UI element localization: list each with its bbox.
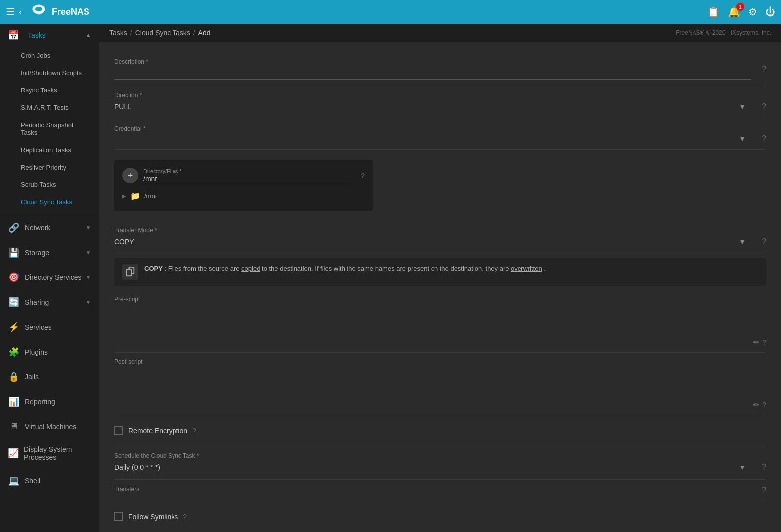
tree-item-label: /mnt — [144, 192, 157, 200]
pre-script-help-icon[interactable]: ? — [762, 338, 766, 346]
sidebar-item-storage[interactable]: 💾 Storage ▼ — [0, 240, 99, 265]
remote-encryption-checkbox[interactable] — [114, 426, 123, 435]
breadcrumb-cloud-sync[interactable]: Cloud Sync Tasks — [135, 29, 190, 37]
post-script-input[interactable] — [114, 367, 751, 397]
sidebar-item-sharing[interactable]: 🔄 Sharing ▼ — [0, 290, 99, 315]
sidebar-item-services[interactable]: ⚡ Services — [0, 315, 99, 340]
schedule-value: Daily (0 0 * * *) — [114, 461, 160, 473]
topbar-actions: 📋 🔔 1 ⚙ ⏻ — [707, 6, 775, 18]
sidebar-item-plugins[interactable]: 🧩 Plugins — [0, 340, 99, 364]
sidebar-item-cloud-sync[interactable]: Cloud Sync Tasks — [0, 193, 99, 211]
description-label: Description * — [114, 58, 766, 65]
remote-encryption-row: Remote Encryption ? — [114, 415, 766, 446]
directory-input[interactable] — [143, 175, 351, 183]
sidebar-item-replication[interactable]: Replication Tasks — [0, 141, 99, 159]
transfers-help-icon[interactable]: ? — [762, 486, 766, 495]
post-script-row: Post-script ✏ ? — [114, 353, 766, 415]
breadcrumb-tasks[interactable]: Tasks — [109, 29, 127, 37]
svg-point-1 — [35, 7, 42, 11]
direction-help-icon[interactable]: ? — [762, 102, 766, 111]
transfers-label: Transfers — [114, 486, 139, 493]
dir-add-button[interactable]: + — [122, 168, 138, 183]
sharing-icon: 🔄 — [8, 297, 20, 308]
storage-expand-icon: ▼ — [86, 249, 91, 256]
sidebar-item-reporting[interactable]: 📊 Reporting — [0, 389, 99, 414]
sidebar-item-jails[interactable]: 🔒 Jails — [0, 364, 99, 389]
copy-label: COPY — [144, 265, 163, 272]
sidebar-item-vms[interactable]: 🖥 Virtual Machines — [0, 414, 99, 439]
logo-icon — [30, 3, 48, 21]
reporting-icon: 📊 — [8, 396, 20, 407]
sidebar-item-resilver[interactable]: Resilver Priority — [0, 159, 99, 176]
storage-icon: 💾 — [8, 247, 20, 258]
credential-help-icon[interactable]: ? — [762, 134, 766, 143]
credential-label: Credential * — [114, 125, 766, 132]
tree-expand-arrow[interactable]: ▶ — [122, 193, 126, 199]
breadcrumb-sep1: / — [130, 29, 132, 37]
pre-script-label: Pre-script — [114, 296, 766, 303]
description-input[interactable] — [114, 67, 751, 80]
tasks-icon: 📅 — [8, 30, 19, 41]
sidebar-item-smart-tests[interactable]: S.M.A.R.T. Tests — [0, 99, 99, 116]
directory-expand-icon: ▼ — [86, 274, 91, 281]
notifications-button[interactable]: 🔔 1 — [728, 6, 740, 18]
transfer-mode-help-icon[interactable]: ? — [762, 237, 766, 246]
schedule-dropdown-arrow[interactable]: ▼ — [739, 463, 746, 471]
directory-help-icon[interactable]: ? — [361, 172, 365, 179]
tasks-collapse-icon: ▲ — [86, 32, 91, 39]
description-help-icon[interactable]: ? — [762, 65, 766, 74]
direction-dropdown-arrow[interactable]: ▼ — [739, 103, 746, 111]
sharing-expand-icon: ▼ — [86, 299, 91, 306]
remote-encryption-help-icon[interactable]: ? — [192, 427, 196, 435]
remote-encryption-label: Remote Encryption — [128, 427, 187, 435]
sidebar-item-scrub[interactable]: Scrub Tasks — [0, 176, 99, 193]
logo: FreeNAS — [30, 3, 89, 21]
transfers-row: Transfers ? — [114, 480, 766, 501]
services-icon: ⚡ — [8, 322, 20, 333]
plugins-icon: 🧩 — [8, 347, 20, 357]
sidebar-tasks-header[interactable]: 📅 Tasks ▲ — [0, 24, 99, 47]
transfer-mode-row: Transfer Mode * COPY ▼ ? — [114, 221, 766, 254]
direction-row: Direction * PULL ▼ ? — [114, 86, 766, 119]
clipboard-button[interactable]: 📋 — [707, 6, 720, 18]
post-script-edit-icon[interactable]: ✏ — [753, 401, 759, 409]
form-container: Description * ? Direction * PULL ▼ ? Cre… — [99, 42, 781, 532]
copyright-text: FreeNAS® © 2020 - iXsystems, Inc. — [676, 29, 771, 36]
sidebar-item-periodic-snapshot[interactable]: Periodic Snapshot Tasks — [0, 116, 99, 141]
back-button[interactable]: ‹ — [19, 7, 22, 17]
post-script-help-icon[interactable]: ? — [762, 401, 766, 409]
schedule-help-icon[interactable]: ? — [762, 463, 766, 472]
breadcrumb: Tasks / Cloud Sync Tasks / Add — [109, 29, 211, 37]
sidebar-item-rsync[interactable]: Rsync Tasks — [0, 82, 99, 99]
topbar: ☰ ‹ FreeNAS 📋 🔔 1 ⚙ ⏻ — [0, 0, 781, 24]
sidebar-item-init-shutdown[interactable]: Init/Shutdown Scripts — [0, 64, 99, 82]
pre-script-input[interactable] — [114, 305, 751, 335]
shell-icon: 💻 — [8, 475, 20, 486]
post-script-label: Post-script — [114, 358, 766, 365]
breadcrumb-add: Add — [198, 29, 211, 37]
network-icon: 🔗 — [8, 222, 20, 233]
credential-row: Credential * ▼ ? — [114, 119, 766, 150]
follow-symlinks-label: Follow Symlinks — [128, 513, 178, 521]
sidebar-item-directory-services[interactable]: 🎯 Directory Services ▼ — [0, 265, 99, 290]
sidebar-item-cron-jobs[interactable]: Cron Jobs — [0, 47, 99, 64]
transfer-mode-dropdown-arrow[interactable]: ▼ — [739, 238, 746, 246]
copy-copied-text: copied — [241, 265, 260, 272]
settings-button[interactable]: ⚙ — [748, 6, 757, 18]
pre-script-row: Pre-script ✏ ? — [114, 290, 766, 353]
power-button[interactable]: ⏻ — [765, 6, 775, 18]
menu-button[interactable]: ☰ — [6, 6, 15, 18]
sidebar-item-shell[interactable]: 💻 Shell — [0, 468, 99, 493]
copy-overwritten-text: overwritten — [511, 265, 542, 272]
sidebar-item-display-sys-processes[interactable]: 📈 Display System Processes — [0, 439, 99, 468]
breadcrumb-sep2: / — [193, 29, 195, 37]
sub-topbar: Tasks / Cloud Sync Tasks / Add FreeNAS® … — [99, 24, 781, 42]
follow-symlinks-help-icon[interactable]: ? — [183, 513, 187, 521]
direction-label: Direction * — [114, 92, 766, 99]
sidebar-item-network[interactable]: 🔗 Network ▼ — [0, 215, 99, 240]
follow-symlinks-checkbox[interactable] — [114, 512, 123, 521]
content-area: Tasks / Cloud Sync Tasks / Add FreeNAS® … — [99, 24, 781, 532]
notification-badge: 1 — [736, 3, 744, 11]
pre-script-edit-icon[interactable]: ✏ — [753, 338, 759, 346]
credential-dropdown-arrow[interactable]: ▼ — [739, 135, 746, 143]
